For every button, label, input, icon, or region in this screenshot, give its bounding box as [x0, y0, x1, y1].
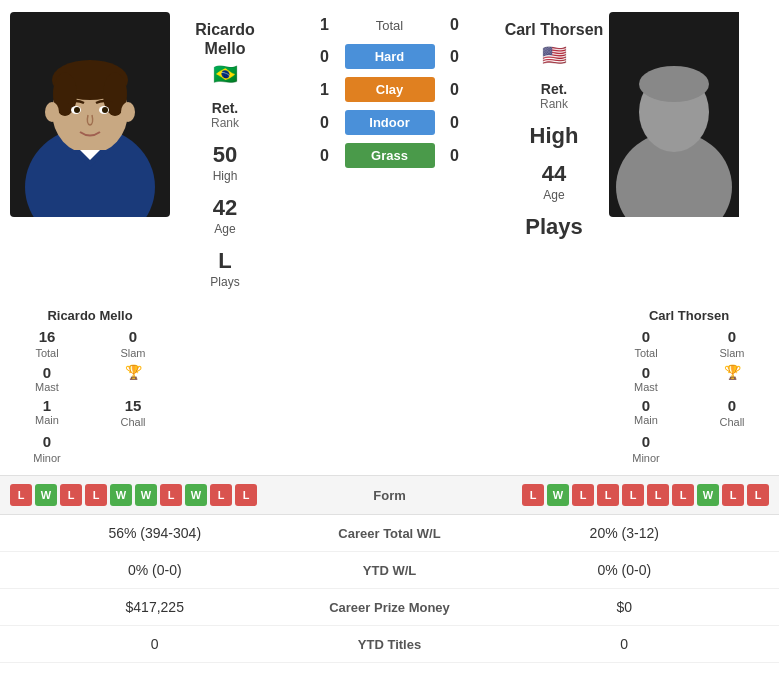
- career-stat-label: YTD Titles: [300, 637, 480, 652]
- career-stat-row: 56% (394-304)Career Total W/L20% (3-12): [0, 515, 779, 552]
- clay-button: Clay: [345, 77, 435, 102]
- form-badge-left: L: [85, 484, 107, 506]
- form-badge-right: W: [697, 484, 719, 506]
- form-badge-left: L: [210, 484, 232, 506]
- hard-row: 0 Hard 0: [288, 44, 491, 69]
- left-player-bottom: Ricardo Mello 16 Total 0 Slam 0 Mast 🏆: [10, 308, 170, 465]
- left-name-label: Ricardo Mello: [10, 308, 170, 323]
- form-badge-right: L: [647, 484, 669, 506]
- clay-left-score: 1: [305, 81, 345, 99]
- right-name-label: Carl Thorsen: [609, 308, 769, 323]
- left-ret-rank: Ret. Rank: [211, 100, 239, 130]
- form-badge-right: L: [722, 484, 744, 506]
- right-main-stat: 0 Main: [609, 397, 683, 429]
- left-total: 1: [305, 16, 345, 34]
- player-stats-row: Ricardo Mello 16 Total 0 Slam 0 Mast 🏆: [0, 308, 779, 475]
- right-slam-stat: 0 Slam: [695, 328, 769, 360]
- total-row: 1 Total 0: [288, 16, 491, 34]
- center-spacer: [178, 308, 601, 465]
- left-player-name: RicardoMello: [195, 20, 255, 58]
- right-stats-grid: 0 Total 0 Slam 0 Mast 🏆 0 Main: [609, 328, 769, 465]
- form-badge-right: L: [672, 484, 694, 506]
- left-main-stat: 1 Main: [10, 397, 84, 429]
- clay-row: 1 Clay 0: [288, 77, 491, 102]
- right-info-col: Carl Thorsen 🇺🇸 Ret. Rank High 44 Age Pl…: [499, 12, 609, 254]
- right-total-stat: 0 Total: [609, 328, 683, 360]
- form-badge-right: L: [747, 484, 769, 506]
- form-badge-right: W: [547, 484, 569, 506]
- grass-right-score: 0: [435, 147, 475, 165]
- left-player-wrap: RicardoMello 🇧🇷 Ret. Rank 50 High 42 Age…: [10, 12, 280, 303]
- career-stat-left: 56% (394-304): [10, 525, 300, 541]
- right-player-bottom: Carl Thorsen 0 Total 0 Slam 0 Mast 🏆: [609, 308, 769, 465]
- right-chall-stat: 0 Chall: [695, 397, 769, 429]
- grass-button: Grass: [345, 143, 435, 168]
- clay-right-score: 0: [435, 81, 475, 99]
- form-section: LWLLWWLWLL Form LWLLLLLWLL: [0, 475, 779, 514]
- grass-row: 0 Grass 0: [288, 143, 491, 168]
- hard-right-score: 0: [435, 48, 475, 66]
- form-badge-right: L: [597, 484, 619, 506]
- svg-point-9: [74, 107, 80, 113]
- svg-point-12: [121, 102, 135, 122]
- form-badge-left: L: [235, 484, 257, 506]
- main-container: RicardoMello 🇧🇷 Ret. Rank 50 High 42 Age…: [0, 0, 779, 663]
- right-player-flag: 🇺🇸: [542, 43, 567, 67]
- left-player-photo: [10, 12, 170, 217]
- indoor-right-score: 0: [435, 114, 475, 132]
- form-badge-left: L: [60, 484, 82, 506]
- svg-point-17: [639, 66, 709, 102]
- right-plays-stat: Plays: [525, 214, 583, 240]
- svg-point-11: [45, 102, 59, 122]
- grass-left-score: 0: [305, 147, 345, 165]
- form-center-label: Form: [330, 488, 450, 503]
- form-badge-left: W: [185, 484, 207, 506]
- left-plays-stat: L Plays: [210, 248, 239, 289]
- right-player-photo: [609, 12, 769, 217]
- form-badge-left: W: [135, 484, 157, 506]
- left-trophy: 🏆: [96, 364, 170, 393]
- career-stat-left: 0: [10, 636, 300, 652]
- left-mast-stat: 0 Mast: [10, 364, 84, 393]
- right-total: 0: [435, 16, 475, 34]
- right-high-stat: High: [530, 123, 579, 149]
- career-stat-right: $0: [480, 599, 770, 615]
- left-high-stat: 50 High: [213, 142, 238, 183]
- right-ret-rank: Ret. Rank: [540, 81, 568, 111]
- career-stat-right: 0: [480, 636, 770, 652]
- hard-button: Hard: [345, 44, 435, 69]
- career-stat-right: 20% (3-12): [480, 525, 770, 541]
- right-mast-stat: 0 Mast: [609, 364, 683, 393]
- form-badge-right: L: [522, 484, 544, 506]
- indoor-button: Indoor: [345, 110, 435, 135]
- form-badge-left: L: [10, 484, 32, 506]
- right-age-stat: 44 Age: [542, 161, 566, 202]
- left-slam-stat: 0 Slam: [96, 328, 170, 360]
- right-player-name: Carl Thorsen: [505, 20, 604, 39]
- form-badge-right: L: [622, 484, 644, 506]
- left-age-stat: 42 Age: [213, 195, 237, 236]
- form-badge-left: W: [35, 484, 57, 506]
- career-stat-label: Career Total W/L: [300, 526, 480, 541]
- top-layout: RicardoMello 🇧🇷 Ret. Rank 50 High 42 Age…: [0, 0, 779, 308]
- left-chall-stat: 15 Chall: [96, 397, 170, 429]
- form-left: LWLLWWLWLL: [10, 484, 330, 506]
- hard-left-score: 0: [305, 48, 345, 66]
- right-player-wrap: Carl Thorsen 🇺🇸 Ret. Rank High 44 Age Pl…: [499, 12, 769, 254]
- left-minor-stat: 0 Minor: [10, 433, 84, 465]
- right-minor-stat: 0 Minor: [609, 433, 683, 465]
- form-badge-left: L: [160, 484, 182, 506]
- form-right: LWLLLLLWLL: [450, 484, 770, 506]
- form-badge-right: L: [572, 484, 594, 506]
- career-stat-right: 0% (0-0): [480, 562, 770, 578]
- left-stats-grid: 16 Total 0 Slam 0 Mast 🏆 1 Main: [10, 328, 170, 465]
- left-player-flag: 🇧🇷: [213, 62, 238, 86]
- career-stat-label: YTD W/L: [300, 563, 480, 578]
- career-stat-row: $417,225Career Prize Money$0: [0, 589, 779, 626]
- left-info-col: RicardoMello 🇧🇷 Ret. Rank 50 High 42 Age…: [170, 12, 280, 303]
- center-column: 1 Total 0 0 Hard 0 1 Clay 0 0 Indoor 0 0: [288, 12, 491, 172]
- stats-section: 56% (394-304)Career Total W/L20% (3-12)0…: [0, 514, 779, 663]
- indoor-row: 0 Indoor 0: [288, 110, 491, 135]
- total-label: Total: [345, 18, 435, 33]
- career-stat-label: Career Prize Money: [300, 600, 480, 615]
